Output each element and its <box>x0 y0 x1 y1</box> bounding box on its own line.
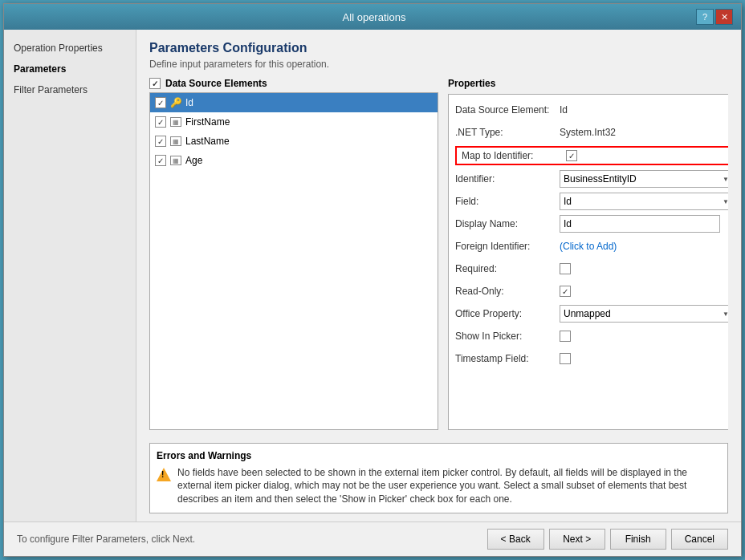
right-panel: Properties Data Source Element: Id .NET … <box>448 78 728 430</box>
cancel-button[interactable]: Cancel <box>671 529 728 550</box>
prop-row-data-source: Data Source Element: Id <box>455 101 728 119</box>
prop-label-net-type: .NET Type: <box>455 127 560 138</box>
list-item[interactable]: 🔑 Id <box>150 93 438 112</box>
prop-row-office-property: Office Property: Unmapped <box>455 305 728 323</box>
list-item[interactable]: ▦ FirstName <box>150 112 438 132</box>
prop-row-field: Field: Id <box>455 193 728 210</box>
prop-row-foreign-identifier: Foreign Identifier: (Click to Add) <box>455 237 728 255</box>
main-title: Parameters Configuration <box>149 41 728 55</box>
identifier-select-wrapper: BusinessEntityID <box>560 170 728 188</box>
show-in-picker-checkbox[interactable] <box>560 331 571 342</box>
field-icon: ▦ <box>169 154 182 167</box>
item-label-firstname: FirstName <box>185 116 230 128</box>
field-select[interactable]: Id <box>560 193 728 210</box>
sidebar-item-parameters[interactable]: Parameters <box>4 59 136 79</box>
sidebar: Operation Properties Parameters Filter P… <box>4 30 136 521</box>
footer-hint: To configure Filter Parameters, click Ne… <box>17 534 195 545</box>
prop-row-timestamp: Timestamp Field: <box>455 350 728 367</box>
readonly-checkbox[interactable] <box>560 286 571 297</box>
title-bar-buttons: ? ✕ <box>696 9 733 25</box>
map-identifier-checkbox[interactable] <box>566 150 577 161</box>
prop-row-required: Required: <box>455 260 728 278</box>
sidebar-item-filter-parameters[interactable]: Filter Parameters <box>4 79 136 100</box>
footer: To configure Filter Parameters, click Ne… <box>4 521 741 556</box>
content-area: Data Source Elements 🔑 Id <box>149 78 728 430</box>
data-source-label: Data Source Elements <box>165 78 267 89</box>
prop-label-field: Field: <box>455 196 560 207</box>
dialog-title: All operations <box>52 11 696 23</box>
help-button[interactable]: ? <box>696 9 714 25</box>
required-checkbox[interactable] <box>560 263 571 274</box>
list-item[interactable]: ▦ LastName <box>150 132 438 151</box>
foreign-identifier-link[interactable]: (Click to Add) <box>560 241 617 252</box>
prop-row-display-name: Display Name: <box>455 215 728 233</box>
field-select-wrapper: Id <box>560 193 728 210</box>
sidebar-item-operation-properties[interactable]: Operation Properties <box>4 38 136 59</box>
back-button[interactable]: < Back <box>487 529 544 550</box>
item-checkbox-firstname[interactable] <box>155 116 166 128</box>
identifier-select[interactable]: BusinessEntityID <box>560 170 728 188</box>
errors-title: Errors and Warnings <box>157 450 721 461</box>
prop-label-data-source: Data Source Element: <box>455 104 560 116</box>
next-button[interactable]: Next > <box>549 529 605 550</box>
prop-label-required: Required: <box>455 263 560 274</box>
prop-label-identifier: Identifier: <box>455 173 560 185</box>
warning-icon: ! <box>157 468 171 481</box>
office-property-select[interactable]: Unmapped <box>560 305 728 323</box>
prop-label-show-in-picker: Show In Picker: <box>455 331 560 342</box>
warning-message: No fields have been selected to be shown… <box>177 466 721 506</box>
item-checkbox-id[interactable] <box>155 97 166 108</box>
title-bar: All operations ? ✕ <box>4 4 741 30</box>
timestamp-checkbox[interactable] <box>560 353 571 364</box>
item-label-lastname: LastName <box>185 136 230 147</box>
data-source-header: Data Source Elements <box>149 78 438 89</box>
prop-label-display-name: Display Name: <box>455 218 560 229</box>
prop-label-office-property: Office Property: <box>455 308 560 319</box>
prop-value-data-source: Id <box>560 104 568 116</box>
errors-section: Errors and Warnings ! No fields have bee… <box>149 443 728 513</box>
main-content: Parameters Configuration Define input pa… <box>136 30 741 521</box>
main-dialog: All operations ? ✕ Operation Properties … <box>3 3 742 557</box>
prop-label-timestamp: Timestamp Field: <box>455 353 560 364</box>
field-icon: ▦ <box>169 116 182 128</box>
left-panel: Data Source Elements 🔑 Id <box>149 78 438 430</box>
footer-buttons: < Back Next > Finish Cancel <box>487 529 728 550</box>
item-checkbox-lastname[interactable] <box>155 136 166 147</box>
prop-label-map-identifier: Map to Identifier: <box>462 150 566 161</box>
finish-button[interactable]: Finish <box>610 529 666 550</box>
prop-row-show-in-picker: Show In Picker: <box>455 327 728 345</box>
item-label-id: Id <box>185 97 193 108</box>
field-icon: ▦ <box>169 135 182 148</box>
data-source-checkbox[interactable] <box>149 78 161 89</box>
prop-value-net-type: System.Int32 <box>560 127 616 138</box>
prop-label-foreign-identifier: Foreign Identifier: <box>455 241 560 252</box>
prop-label-readonly: Read-Only: <box>455 286 560 297</box>
prop-row-net-type: .NET Type: System.Int32 <box>455 124 728 141</box>
item-checkbox-age[interactable] <box>155 155 166 166</box>
prop-row-readonly: Read-Only: <box>455 282 728 300</box>
properties-box: Data Source Element: Id .NET Type: Syste… <box>448 94 728 430</box>
prop-row-map-identifier: Map to Identifier: <box>455 146 728 165</box>
warning-row: ! No fields have been selected to be sho… <box>157 466 721 506</box>
prop-row-identifier: Identifier: BusinessEntityID <box>455 170 728 188</box>
properties-title: Properties <box>448 78 728 89</box>
data-list: 🔑 Id ▦ FirstName <box>149 92 438 430</box>
main-subtitle: Define input parameters for this operati… <box>149 59 728 70</box>
close-button[interactable]: ✕ <box>715 9 733 25</box>
item-label-age: Age <box>185 155 202 166</box>
key-icon: 🔑 <box>169 96 182 109</box>
dialog-body: Operation Properties Parameters Filter P… <box>4 30 741 521</box>
office-property-select-wrapper: Unmapped <box>560 305 728 323</box>
display-name-input[interactable] <box>560 215 720 233</box>
list-item[interactable]: ▦ Age <box>150 151 438 170</box>
